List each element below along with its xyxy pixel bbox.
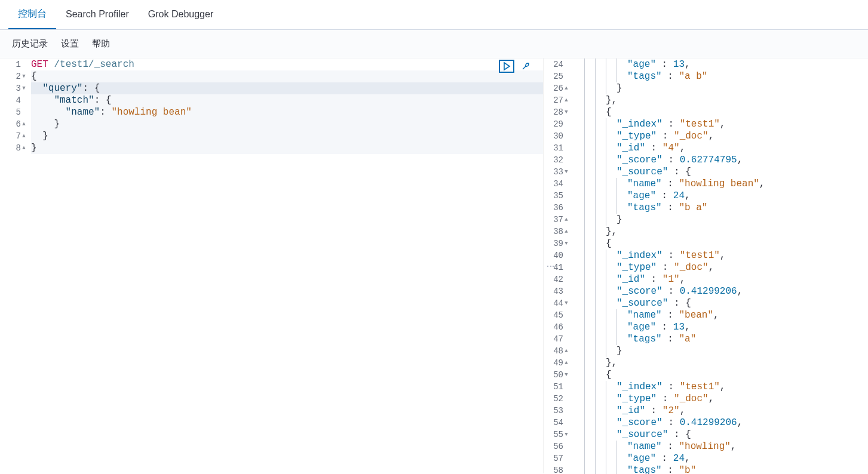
code-line[interactable]: "name" : "howling",	[573, 441, 868, 453]
wrench-button[interactable]	[518, 60, 533, 73]
run-request-button[interactable]	[499, 60, 514, 73]
line-number: 8▲	[0, 142, 26, 154]
subnav-help[interactable]: 帮助	[92, 38, 110, 50]
code-line[interactable]: "_index" : "test1",	[573, 250, 868, 261]
response-viewer[interactable]: 24 25 26▲27▲28▼29 30 31 32 33▼34 35 36 3…	[544, 59, 868, 474]
code-line[interactable]: }	[573, 214, 868, 226]
code-line[interactable]: "age" : 24,	[573, 453, 868, 464]
code-line[interactable]: "_id" : "1",	[573, 273, 868, 285]
code-line[interactable]: "_source" : {	[573, 166, 868, 178]
code-line[interactable]: }	[31, 142, 543, 154]
line-number: 3▼	[0, 82, 26, 94]
code-line[interactable]: "name": "howling bean"	[31, 106, 543, 118]
code-line[interactable]: "name" : "howling bean",	[573, 178, 868, 190]
code-line[interactable]: "_source" : {	[573, 429, 868, 441]
drag-dots-icon: ⋮	[546, 262, 556, 270]
code-line[interactable]: "_type" : "_doc",	[573, 261, 868, 273]
code-line[interactable]: "name" : "bean",	[573, 309, 868, 321]
split-resize-handle[interactable]: ⋮	[544, 59, 558, 473]
line-number: 4	[0, 94, 26, 106]
code-line[interactable]: "_index" : "test1",	[573, 381, 868, 393]
code-line[interactable]: "_id" : "2",	[573, 405, 868, 417]
tab-grok-debugger[interactable]: Grok Debugger	[139, 0, 223, 29]
code-line[interactable]: "_type" : "_doc",	[573, 393, 868, 405]
line-number: 6▲	[0, 118, 26, 130]
request-panel: 1 2▼3▼4 5 6▲7▲8▲GET /test1/_search{ "que…	[0, 59, 544, 473]
code-line[interactable]: {	[573, 238, 868, 250]
code-line[interactable]: "_index" : "test1",	[573, 118, 868, 130]
code-line[interactable]: "_score" : 0.41299206,	[573, 285, 868, 297]
code-line[interactable]: },	[573, 94, 868, 106]
code-line[interactable]: "query": {	[31, 82, 543, 94]
request-editor[interactable]: 1 2▼3▼4 5 6▲7▲8▲GET /test1/_search{ "que…	[0, 59, 543, 154]
code-line[interactable]: "age" : 24,	[573, 190, 868, 202]
line-number: 2▼	[0, 70, 26, 82]
subnav-settings[interactable]: 设置	[61, 38, 79, 50]
code-line[interactable]: {	[31, 70, 543, 82]
subnav-history[interactable]: 历史记录	[12, 38, 48, 50]
code-line[interactable]: "_score" : 0.41299206,	[573, 417, 868, 429]
play-icon	[502, 61, 511, 71]
code-line[interactable]: }	[31, 118, 543, 130]
code-line[interactable]: {	[573, 106, 868, 118]
code-line[interactable]: "_id" : "4",	[573, 142, 868, 154]
code-line[interactable]: "age" : 13,	[573, 59, 868, 70]
code-line[interactable]: {	[573, 369, 868, 381]
code-line[interactable]: GET /test1/_search	[31, 59, 543, 70]
line-number: 7▲	[0, 130, 26, 142]
code-line[interactable]: "_source" : {	[573, 297, 868, 309]
code-line[interactable]: "tags" : "a"	[573, 333, 868, 345]
sub-nav: 历史记录 设置 帮助	[0, 30, 868, 59]
code-line[interactable]: }	[31, 130, 543, 142]
svg-marker-0	[504, 63, 510, 70]
code-line[interactable]: "_score" : 0.62774795,	[573, 154, 868, 166]
code-line[interactable]: },	[573, 226, 868, 238]
tab-console[interactable]: 控制台	[8, 0, 56, 29]
line-number: 5	[0, 106, 26, 118]
code-line[interactable]: "tags" : "b"	[573, 464, 868, 474]
response-panel: 24 25 26▲27▲28▼29 30 31 32 33▼34 35 36 3…	[544, 59, 868, 473]
code-line[interactable]: }	[573, 82, 868, 94]
code-line[interactable]: "_type" : "_doc",	[573, 130, 868, 142]
code-line[interactable]: }	[573, 345, 868, 357]
code-line[interactable]: "tags" : "b a"	[573, 202, 868, 214]
main-tabs: 控制台 Search Profiler Grok Debugger	[0, 0, 868, 30]
code-line[interactable]: "age" : 13,	[573, 321, 868, 333]
code-line[interactable]: },	[573, 357, 868, 369]
wrench-icon	[521, 61, 530, 71]
tab-search-profiler[interactable]: Search Profiler	[56, 0, 139, 29]
code-line[interactable]: "match": {	[31, 94, 543, 106]
code-line[interactable]: "tags" : "a b"	[573, 70, 868, 82]
line-number: 1	[0, 59, 26, 70]
